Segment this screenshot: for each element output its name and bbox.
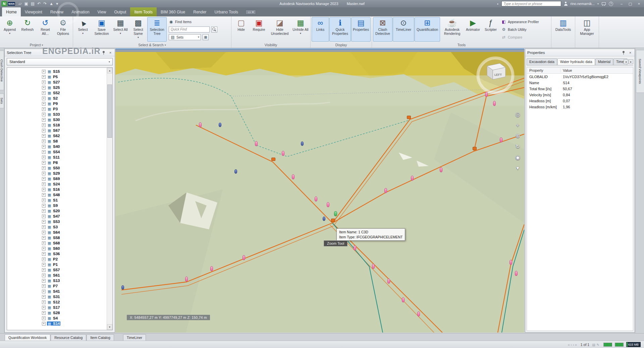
- manhole-marker[interactable]: [440, 167, 442, 172]
- sheet-nav-icon[interactable]: ›: [573, 343, 574, 347]
- tree-item-s16[interactable]: S16: [7, 187, 107, 192]
- tree-item-p1[interactable]: P1: [7, 262, 107, 267]
- panel-close-icon[interactable]: ×: [108, 50, 113, 55]
- tree-item-s58[interactable]: S58: [7, 235, 107, 240]
- tab-item-tools[interactable]: Item Tools: [130, 7, 156, 16]
- selection-tree-button[interactable]: ≣ Selection Tree: [147, 17, 167, 42]
- tree-item-s67[interactable]: S67: [7, 128, 107, 133]
- manhole-marker[interactable]: [411, 176, 414, 181]
- tree-item-s24[interactable]: S24: [7, 181, 107, 187]
- select-same-button[interactable]: ▩ Select Same▾: [129, 17, 147, 42]
- manhole-marker[interactable]: [315, 196, 317, 201]
- sets-dropdown[interactable]: ▤ Sets ▾: [169, 34, 201, 40]
- hide-unselected-button[interactable]: ◪ Hide Unselected: [268, 17, 291, 42]
- reset-all-button[interactable]: ↺ Reset All...: [37, 17, 54, 42]
- dock-tab-clash-detective[interactable]: Clash Detective: [0, 51, 4, 90]
- expand-icon[interactable]: [42, 209, 46, 213]
- sheet-nav-icon[interactable]: «: [568, 343, 570, 347]
- scroll-down-icon[interactable]: ▼: [107, 324, 112, 330]
- pipe-junction-marker[interactable]: [407, 116, 411, 119]
- unhide-all-button[interactable]: ▦ Unhide All▾: [292, 17, 309, 42]
- open-icon[interactable]: ▱: [18, 1, 21, 6]
- expand-icon[interactable]: [42, 198, 46, 202]
- expand-icon[interactable]: [42, 279, 46, 283]
- expand-icon[interactable]: [42, 252, 46, 256]
- tree-item-s12[interactable]: S12: [7, 299, 107, 305]
- manhole-marker[interactable]: [384, 188, 387, 193]
- search-scope-chevron-icon[interactable]: ▸: [497, 2, 499, 5]
- view-cube[interactable]: LEFT: [478, 58, 513, 93]
- expand-icon[interactable]: [42, 290, 46, 293]
- expand-icon[interactable]: [42, 86, 46, 90]
- group-label-select-search[interactable]: Select & Search▾: [73, 42, 231, 48]
- tree-item-s62[interactable]: S62: [7, 133, 107, 138]
- expand-icon[interactable]: [42, 322, 46, 326]
- tab-render[interactable]: Render: [189, 7, 210, 16]
- ribbon-display-toggle[interactable]: ▭▾: [246, 10, 256, 14]
- expand-icon[interactable]: [42, 306, 46, 309]
- tree-item-s18[interactable]: S18: [7, 122, 107, 128]
- quick-properties-button[interactable]: ℹ Quick Properties: [329, 17, 351, 42]
- expand-icon[interactable]: [42, 134, 46, 138]
- tree-item-s2[interactable]: S2: [7, 96, 107, 101]
- tree-item-s53[interactable]: S53: [7, 219, 107, 224]
- animator-button[interactable]: ▶ Animator: [464, 17, 482, 42]
- timeliner-button[interactable]: ⊙ TimeLiner: [393, 17, 414, 42]
- expand-icon[interactable]: [42, 268, 46, 272]
- dock-tab-saved-viewpoints[interactable]: Saved Viewpoints: [636, 50, 644, 93]
- manhole-marker[interactable]: [493, 101, 496, 106]
- manhole-marker[interactable]: [372, 264, 375, 269]
- manhole-marker[interactable]: [292, 174, 294, 179]
- pipe-junction-marker[interactable]: [331, 219, 335, 222]
- panel-close-icon[interactable]: ×: [628, 50, 633, 55]
- tree-item-s41[interactable]: S41: [7, 289, 107, 294]
- expand-icon[interactable]: [42, 274, 46, 277]
- group-label-display[interactable]: Display: [311, 42, 372, 48]
- expand-icon[interactable]: [42, 129, 46, 132]
- group-label-project[interactable]: Project▾: [0, 42, 73, 48]
- tree-item-s13[interactable]: S13: [7, 278, 107, 283]
- manhole-marker[interactable]: [417, 311, 420, 316]
- expand-icon[interactable]: [42, 70, 46, 73]
- keyword-search[interactable]: [501, 1, 561, 6]
- scripter-button[interactable]: ƒ Scripter: [482, 17, 499, 42]
- tree-item-s15[interactable]: S15: [7, 69, 107, 74]
- tree-item-s4[interactable]: S4: [7, 315, 107, 321]
- tree-item-s61[interactable]: S61: [7, 273, 107, 278]
- tree-item-s33[interactable]: S33: [7, 112, 107, 117]
- sets-manage-button[interactable]: ▦: [203, 34, 209, 40]
- tree-item-s31[interactable]: S31: [7, 294, 107, 299]
- dock-tab-sets[interactable]: Sets: [0, 94, 4, 108]
- zoom-icon[interactable]: ⊕: [515, 133, 520, 139]
- help-icon[interactable]: ?: [609, 2, 613, 6]
- tab-review[interactable]: Review: [46, 7, 67, 16]
- expand-icon[interactable]: [42, 311, 46, 315]
- tree-item-s14[interactable]: S14: [7, 321, 107, 326]
- tree-item-p9[interactable]: P9: [7, 101, 107, 106]
- dock-tab-resource-catalog[interactable]: Resource Catalog: [51, 334, 86, 341]
- save-icon[interactable]: ▣: [24, 1, 28, 6]
- expand-icon[interactable]: [42, 300, 46, 304]
- group-label-tools[interactable]: Tools: [372, 42, 551, 48]
- qat-dropdown-icon[interactable]: ▾: [56, 1, 58, 6]
- dock-tab-timeliner[interactable]: TimeLiner: [123, 334, 146, 341]
- expand-icon[interactable]: [42, 247, 46, 250]
- quantification-button[interactable]: ⊞ Quantification: [415, 17, 440, 42]
- prop-tab-excavation-data[interactable]: Excavation data: [527, 58, 557, 65]
- expand-icon[interactable]: [42, 107, 46, 111]
- expand-icon[interactable]: [42, 284, 46, 288]
- status-tool-icon[interactable]: ▤: [592, 343, 595, 347]
- tabs-scroll-right-icon[interactable]: ▸: [629, 59, 633, 64]
- manhole-marker[interactable]: [185, 277, 188, 282]
- manhole-marker[interactable]: [387, 279, 390, 284]
- tree-item-p3[interactable]: P3: [7, 106, 107, 112]
- tab-viewpoint[interactable]: Viewpoint: [21, 7, 46, 16]
- expand-icon[interactable]: [42, 113, 46, 116]
- tree-item-s17[interactable]: S17: [7, 305, 107, 310]
- pan-icon[interactable]: +: [516, 122, 520, 128]
- tab-view[interactable]: View: [94, 7, 110, 16]
- look-around-icon[interactable]: ◉: [515, 155, 520, 160]
- search-input[interactable]: [503, 2, 559, 6]
- clash-detective-button[interactable]: ⊠ Clash Detective: [373, 17, 392, 42]
- file-options-button[interactable]: ⚙ File Options: [54, 17, 72, 42]
